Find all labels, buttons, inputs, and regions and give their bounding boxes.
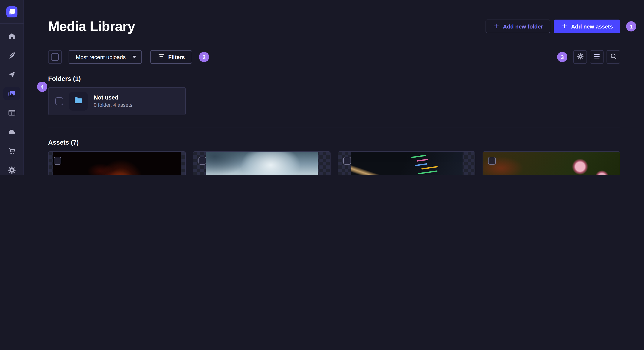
folder-tile: [69, 92, 88, 111]
folders-heading: Folders (1): [48, 75, 620, 82]
list-view-button[interactable]: [590, 50, 604, 64]
sidebar-nav: [3, 24, 20, 175]
toolbar-view-controls: 3: [557, 50, 620, 64]
sort-dropdown-value: Most recent uploads: [76, 54, 126, 60]
asset-image: [206, 152, 318, 175]
asset-grid: what-s-inside-a-black-hole JPEG - 800✕46…: [48, 151, 620, 175]
page-header: Media Library Add new folder Add new ass…: [48, 19, 620, 34]
assets-toolbar: Most recent uploads Filters 2 3: [48, 50, 620, 64]
sidebar-item-content-type-builder[interactable]: [3, 106, 20, 120]
checkbox: [51, 53, 59, 61]
select-all-checkbox[interactable]: [48, 50, 62, 64]
paper-plane-icon: [8, 70, 16, 79]
list-icon: [593, 53, 600, 61]
asset-thumbnail: [193, 152, 330, 175]
page-title: Media Library: [48, 18, 135, 34]
guided-tour-badge-2: 2: [199, 52, 209, 62]
asset-card[interactable]: a-bug-is-becoming-a-meme-on-the-internet…: [338, 151, 475, 175]
asset-image: [483, 152, 620, 175]
asset-thumbnail: [483, 152, 620, 175]
sidebar-item-content-manager[interactable]: [3, 48, 20, 62]
assets-heading: Assets (7): [48, 139, 620, 146]
media-library-icon: [8, 89, 16, 98]
guided-tour-badge-3: 3: [557, 52, 567, 62]
asset-card[interactable]: what-s-inside-a-black-hole JPEG - 800✕46…: [48, 151, 186, 175]
section-divider: [48, 128, 620, 128]
main-content: Media Library Add new folder Add new ass…: [24, 0, 644, 175]
grid-settings-button[interactable]: [573, 50, 587, 64]
folder-icon: [74, 96, 83, 107]
cloud-icon: [8, 128, 16, 136]
sidebar-item-deploy[interactable]: [3, 125, 20, 139]
chevron-down-icon: [132, 56, 136, 58]
folder-card[interactable]: Not used 0 folder, 4 assets: [48, 87, 186, 116]
sidebar-item-home[interactable]: [3, 29, 20, 43]
guided-tour-badge-4: 4: [37, 82, 47, 92]
home-icon: [8, 32, 16, 40]
asset-checkbox[interactable]: [488, 157, 496, 165]
asset-card[interactable]: beautiful-picture JPEG - 3824✕2548 IMAGE: [193, 151, 330, 175]
sidebar-item-releases[interactable]: [3, 68, 20, 81]
search-button[interactable]: [606, 50, 620, 64]
add-new-assets-button[interactable]: Add new assets: [554, 19, 620, 33]
add-new-folder-button[interactable]: Add new folder: [486, 19, 550, 33]
workspace-logo-button[interactable]: [0, 0, 24, 24]
feather-icon: [8, 51, 16, 59]
sidebar-item-marketplace[interactable]: [3, 144, 20, 158]
guided-tour-badge-1: 1: [626, 21, 636, 31]
strapi-logo-icon: [6, 6, 17, 17]
gear-icon: [576, 53, 584, 61]
asset-checkbox[interactable]: [54, 157, 61, 165]
filters-button[interactable]: Filters: [150, 50, 192, 64]
folder-texts: Not used 0 folder, 4 assets: [94, 95, 132, 108]
sidebar: KD: [0, 0, 24, 175]
asset-checkbox[interactable]: [343, 157, 351, 165]
gear-icon: [8, 166, 16, 174]
sidebar-item-settings[interactable]: [3, 163, 20, 175]
folder-row: 4 Not used 0 folder, 4 assets: [48, 87, 186, 116]
sort-dropdown[interactable]: Most recent uploads: [68, 50, 142, 64]
folder-checkbox[interactable]: [55, 98, 63, 105]
asset-checkbox[interactable]: [198, 157, 206, 165]
sidebar-item-media-library[interactable]: [3, 87, 20, 100]
asset-image: [351, 152, 462, 175]
cart-icon: [8, 147, 16, 155]
media-library-page: KD Media Library Add new folder Add new …: [0, 0, 644, 175]
folder-meta: 0 folder, 4 assets: [94, 102, 132, 108]
plus-icon: [493, 22, 500, 30]
plus-icon: [561, 22, 568, 30]
asset-card[interactable]: this-shrimp-is-awesome JPEG - 1200✕630 I…: [482, 151, 620, 175]
asset-thumbnail: [48, 152, 185, 175]
asset-image: [53, 152, 181, 175]
header-actions: Add new folder Add new assets 1: [486, 19, 620, 33]
filter-icon: [158, 53, 165, 61]
asset-thumbnail: [338, 152, 475, 175]
folder-name: Not used: [94, 95, 132, 101]
search-icon: [610, 53, 617, 61]
layout-icon: [8, 108, 16, 117]
